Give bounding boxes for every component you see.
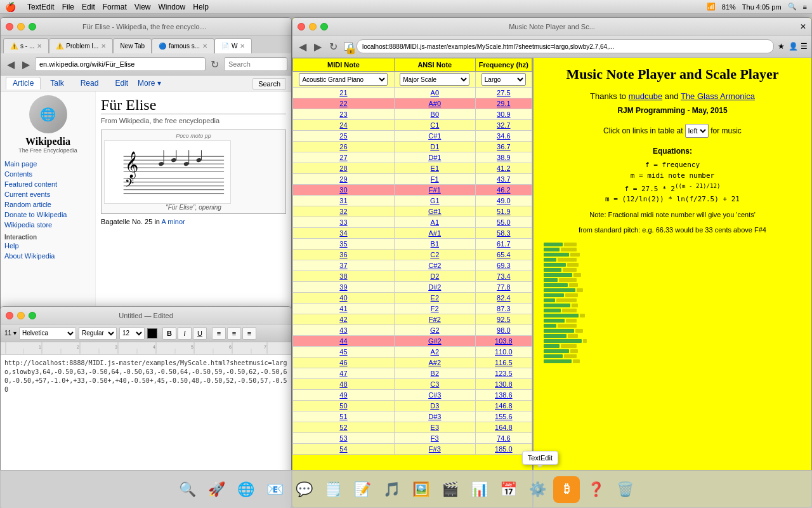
freq-link[interactable]: 130.8	[495, 380, 513, 388]
wiki-tab-article[interactable]: Article	[6, 77, 41, 90]
freq-link[interactable]: 116.5	[495, 359, 513, 366]
midi-link[interactable]: 33	[339, 218, 347, 226]
ansi-link[interactable]: E3	[431, 424, 439, 431]
freq-link[interactable]: 27.5	[497, 89, 510, 97]
mudcube-link[interactable]: mudcube	[629, 91, 662, 101]
minimize-button[interactable]	[17, 23, 25, 30]
midi-link[interactable]: 46	[339, 359, 347, 366]
menu-help[interactable]: Help	[193, 3, 209, 11]
apple-menu[interactable]: 🍎	[5, 2, 16, 12]
midi-link[interactable]: 36	[339, 251, 347, 258]
midi-link[interactable]: 28	[339, 164, 347, 172]
text-color-picker[interactable]	[147, 328, 157, 338]
wiki-search-button[interactable]: Search	[252, 78, 286, 90]
freq-link[interactable]: 41.2	[497, 164, 510, 172]
midi-address-bar[interactable]	[357, 39, 774, 53]
midi-link[interactable]: 29	[339, 175, 347, 183]
wiki-tab-3[interactable]: 🔵 famous s... ✕	[152, 38, 214, 53]
midi-link[interactable]: 45	[339, 348, 347, 356]
freq-link[interactable]: 82.4	[497, 294, 510, 302]
ansi-link[interactable]: C2	[430, 251, 439, 258]
wiki-tab-2[interactable]: New Tab	[113, 38, 152, 53]
dock-photos[interactable]: 🖼️	[407, 476, 434, 503]
wiki-tab-more[interactable]: More ▾	[138, 79, 161, 88]
ansi-link[interactable]: E2	[431, 294, 439, 302]
maximize-button[interactable]	[29, 23, 36, 30]
midi-user-icon[interactable]: 👤	[789, 42, 798, 51]
dock-systemprefs[interactable]: ⚙️	[524, 476, 551, 503]
ansi-link[interactable]: G2	[430, 326, 440, 334]
midi-link[interactable]: 50	[339, 402, 347, 410]
dock-calendar[interactable]: 📅	[495, 476, 521, 503]
wiki-nav-help[interactable]: Help	[4, 241, 91, 251]
midi-link[interactable]: 32	[339, 208, 347, 215]
midi-link[interactable]: 43	[339, 326, 347, 334]
ansi-link[interactable]: A#0	[428, 100, 441, 107]
spotlight-icon[interactable]: 🔍	[788, 3, 797, 11]
dock-numbers[interactable]: 📊	[466, 476, 492, 503]
ansi-link[interactable]: D#2	[428, 283, 441, 291]
menu-view[interactable]: View	[134, 3, 151, 11]
freq-link[interactable]: 155.6	[495, 413, 513, 420]
freq-link[interactable]: 87.3	[497, 305, 510, 312]
ansi-link[interactable]: C#3	[428, 391, 441, 399]
freq-link[interactable]: 58.3	[497, 229, 510, 237]
ansi-link[interactable]: E1	[431, 164, 439, 172]
freq-link[interactable]: 38.9	[497, 154, 510, 161]
freq-link[interactable]: 98.0	[497, 326, 510, 334]
ansi-link[interactable]: F1	[431, 175, 439, 183]
freq-link[interactable]: 185.0	[495, 445, 513, 453]
ansi-link[interactable]: A0	[431, 89, 439, 97]
dock-finder[interactable]: 🔍	[174, 476, 200, 503]
align-center-button[interactable]: ≡	[227, 327, 241, 340]
format-italic-button[interactable]: I	[178, 327, 192, 340]
midi-link[interactable]: 24	[339, 121, 347, 129]
midi-link[interactable]: 47	[339, 370, 347, 377]
position-select[interactable]: left	[685, 124, 709, 138]
midi-link[interactable]: 38	[339, 272, 347, 280]
dock-trash[interactable]: 🗑️	[612, 476, 638, 503]
dock-launchpad[interactable]: 🚀	[203, 476, 230, 503]
ansi-link[interactable]: B1	[431, 240, 439, 248]
wiki-nav-about[interactable]: About Wikipedia	[4, 251, 91, 261]
midi-refresh-button[interactable]: ↻	[327, 39, 340, 54]
wiki-tab-edit[interactable]: Edit	[108, 77, 135, 90]
tab-close-3[interactable]: ✕	[202, 43, 207, 50]
te-minimize-button[interactable]	[17, 312, 25, 319]
format-underline-button[interactable]: U	[193, 327, 207, 340]
te-maximize-button[interactable]	[29, 312, 36, 319]
ansi-link[interactable]: A1	[431, 218, 439, 226]
midi-link[interactable]: 37	[339, 262, 347, 269]
wiki-a-minor-link[interactable]: A minor	[161, 218, 185, 225]
midi-link[interactable]: 53	[339, 434, 347, 442]
menu-file[interactable]: File	[62, 3, 74, 11]
midi-link[interactable]: 25	[339, 132, 347, 140]
ansi-link[interactable]: F2	[431, 305, 439, 312]
freq-link[interactable]: 123.5	[495, 370, 513, 377]
font-family-select[interactable]: Helvetica	[19, 327, 76, 340]
midi-back-button[interactable]: ◀	[296, 39, 309, 54]
midi-link[interactable]: 34	[339, 229, 347, 237]
tempo-select[interactable]: Largo	[481, 73, 526, 86]
menu-edit[interactable]: Edit	[82, 3, 95, 11]
menu-format[interactable]: Format	[103, 3, 127, 11]
midi-link[interactable]: 52	[339, 424, 347, 431]
wiki-nav-featured[interactable]: Featured content	[4, 179, 91, 189]
ansi-link[interactable]: B0	[431, 110, 439, 118]
ansi-link[interactable]: C1	[430, 121, 439, 129]
freq-link[interactable]: 49.0	[497, 197, 510, 204]
ansi-link[interactable]: F#1	[429, 186, 441, 194]
tab-close-0[interactable]: ✕	[37, 43, 42, 50]
freq-link[interactable]: 43.7	[497, 175, 510, 183]
dock-textedit[interactable]: 📝	[349, 476, 376, 503]
ansi-link[interactable]: B2	[431, 370, 439, 377]
align-left-button[interactable]: ≡	[212, 327, 226, 340]
dock-bitcoin[interactable]: ₿	[553, 476, 580, 503]
ansi-link[interactable]: F#2	[429, 316, 441, 323]
menu-window[interactable]: Window	[159, 3, 186, 11]
ansi-link[interactable]: F#3	[429, 445, 441, 453]
dock-itunes[interactable]: 🎵	[378, 476, 405, 503]
midi-link[interactable]: 30	[339, 186, 347, 194]
freq-link[interactable]: 69.3	[497, 262, 510, 269]
midi-forward-button[interactable]: ▶	[311, 39, 324, 54]
